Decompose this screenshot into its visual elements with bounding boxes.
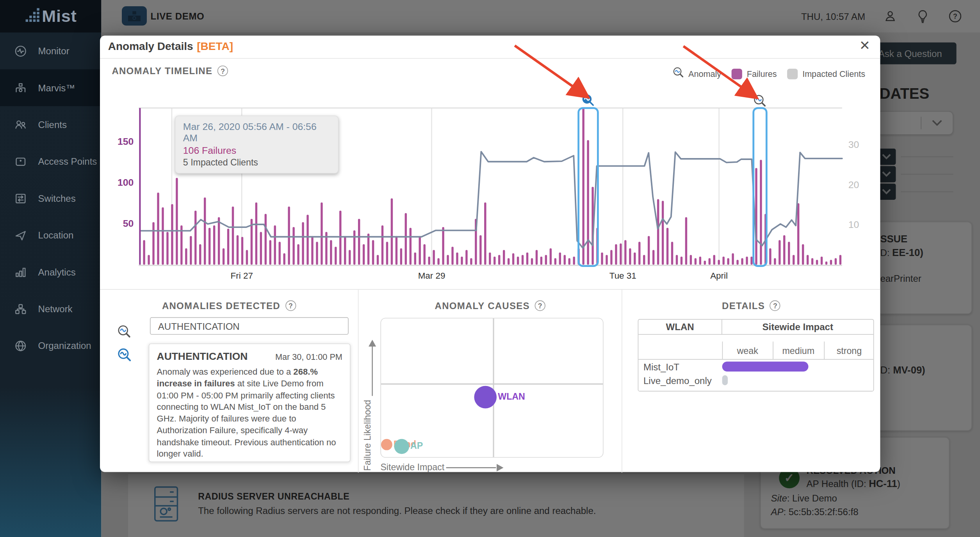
sidebar-item-marvis[interactable]: Marvis™ <box>0 69 101 106</box>
legend-item-anomaly[interactable]: Anomaly <box>673 67 721 80</box>
details-heading: DETAILS? <box>622 301 880 311</box>
help-icon[interactable]: ? <box>217 66 228 76</box>
svg-text:April: April <box>710 271 728 281</box>
cause-bubble-wlan[interactable] <box>474 386 497 409</box>
svg-text:30: 30 <box>848 139 859 150</box>
legend-item-failures[interactable]: Failures <box>732 68 777 79</box>
sidebar: Mist MonitorMarvis™ClientsAccess PointsS… <box>0 0 101 537</box>
help-icon[interactable]: ? <box>770 301 780 311</box>
details-table: WLAN Sitewide Impact weakmediumstrong Mi… <box>638 319 874 392</box>
anomalies-detected-section: ANOMALIES DETECTED? AUTHENTICATION AUTHE… <box>100 290 358 473</box>
anomaly-card[interactable]: AUTHENTICATION Mar 30, 01:00 PM Anomaly … <box>149 343 351 462</box>
quadrant-hline <box>381 383 603 384</box>
marvis-icon <box>14 81 27 94</box>
wlan-name: Mist_IoT <box>638 361 722 372</box>
svg-text:20: 20 <box>848 180 859 190</box>
sidebar-item-network[interactable]: Network <box>0 290 101 327</box>
sidebar-item-label: Marvis™ <box>38 82 75 93</box>
anomaly-marker-icon[interactable] <box>754 94 767 110</box>
svg-text:Fri 27: Fri 27 <box>231 271 253 281</box>
modal-title: Anomaly Details[BETA] <box>108 40 233 53</box>
quadrant-vline <box>493 318 494 457</box>
sidebar-item-label: Monitor <box>38 46 69 56</box>
legend-item-impacted-clients[interactable]: Impacted Clients <box>788 68 865 79</box>
anomaly-card-title: AUTHENTICATION <box>157 350 248 362</box>
cause-bubble-ap[interactable] <box>394 439 409 454</box>
clients-icon <box>14 118 27 132</box>
mist-logo-dots-icon <box>24 7 41 26</box>
details-row-live_demo_only: Live_demo_only <box>638 373 873 387</box>
svg-text:100: 100 <box>118 177 134 188</box>
chart-legend: AnomalyFailuresImpacted Clients <box>668 67 865 80</box>
svg-text:150: 150 <box>118 136 134 147</box>
anomaly-marker-selected-icon[interactable] <box>582 94 595 109</box>
causes-quadrant-chart[interactable]: WLANBandAP <box>380 318 603 457</box>
legend-label: Anomaly <box>688 69 721 78</box>
x-axis-label: Sitewide Impact <box>380 462 444 472</box>
bar-chart-icon <box>14 265 27 279</box>
legend-swatch <box>788 68 798 79</box>
globe-icon <box>14 339 27 352</box>
y-axis-arrow-icon <box>368 340 376 397</box>
app-root: LIVE DEMO THU, 10:57 AM ? RADIUS SERVER … <box>0 0 980 537</box>
y-axis-label: Failure Likelihood <box>362 389 372 471</box>
svg-text:Tue 31: Tue 31 <box>609 271 636 281</box>
sidebar-item-access-points[interactable]: Access Points <box>0 143 101 180</box>
anomaly-type-icon[interactable] <box>118 325 131 341</box>
sidebar-item-label: Clients <box>38 119 67 130</box>
anomaly-card-body: Anomaly was experienced due to a 268.% i… <box>157 366 342 460</box>
svg-text:Mar 29: Mar 29 <box>418 271 445 281</box>
cause-bubble-label: AP <box>410 441 423 451</box>
sidebar-item-label: Network <box>38 304 73 314</box>
help-icon[interactable]: ? <box>285 301 296 311</box>
sidebar-item-label: Access Points <box>38 156 97 167</box>
tooltip-date: Mar 26, 2020 05:56 AM - 06:56 AM <box>183 121 331 144</box>
sidebar-item-analytics[interactable]: Analytics <box>0 254 101 290</box>
anomaly-type-dropdown[interactable]: AUTHENTICATION <box>150 317 349 335</box>
sidebar-item-monitor[interactable]: Monitor <box>0 32 101 69</box>
details-col-wlan: WLAN <box>638 320 722 334</box>
legend-label: Failures <box>747 69 777 78</box>
anomaly-glass-icon <box>673 67 684 80</box>
legend-swatch <box>732 68 742 79</box>
close-icon[interactable]: ✕ <box>859 38 870 53</box>
wlan-name: Live_demo_only <box>638 375 722 386</box>
sidebar-item-label: Analytics <box>38 267 76 277</box>
help-icon[interactable]: ? <box>535 301 545 311</box>
cause-bubble-label: WLAN <box>498 391 525 402</box>
svg-text:10: 10 <box>848 219 859 230</box>
anomaly-type-icon-selected[interactable] <box>118 348 132 365</box>
timeline-heading: ANOMALY TIMELINE? <box>112 66 228 76</box>
monitor-icon <box>14 44 27 58</box>
sidebar-item-label: Location <box>38 230 74 240</box>
impact-subheader-medium: medium <box>773 346 824 356</box>
location-icon <box>14 228 27 242</box>
cause-bubble-band[interactable] <box>381 439 392 450</box>
details-section: DETAILS? WLAN Sitewide Impact weakmedium… <box>622 290 880 473</box>
mist-logo[interactable]: Mist <box>0 0 101 32</box>
modal-header: Anomaly Details[BETA] ✕ <box>100 36 880 59</box>
details-col-impact: Sitewide Impact <box>722 320 873 334</box>
network-icon <box>14 302 27 316</box>
sidebar-item-location[interactable]: Location <box>0 217 101 253</box>
tooltip-failures: 106 Failures <box>183 145 331 156</box>
sidebar-item-switches[interactable]: Switches <box>0 180 101 217</box>
anomaly-details-modal: Anomaly Details[BETA] ✕ ANOMALY TIMELINE… <box>100 36 880 472</box>
sidebar-item-organization[interactable]: Organization <box>0 327 101 364</box>
impact-bar <box>722 375 728 386</box>
anomaly-causes-heading: ANOMALY CAUSES? <box>358 301 622 311</box>
anomaly-causes-section: ANOMALY CAUSES? Failure Likelihood WLANB… <box>358 290 622 473</box>
impact-subheader-weak: weak <box>722 346 773 356</box>
anomalies-detected-heading: ANOMALIES DETECTED? <box>100 301 358 311</box>
beta-badge: [BETA] <box>197 40 233 52</box>
sidebar-item-clients[interactable]: Clients <box>0 106 101 143</box>
chart-tooltip: Mar 26, 2020 05:56 AM - 06:56 AM 106 Fai… <box>175 116 339 174</box>
impact-bar <box>722 361 809 372</box>
sidebar-item-label: Switches <box>38 193 76 203</box>
x-axis-arrow-icon <box>446 463 503 472</box>
tooltip-impacted: 5 Impacted Clients <box>183 157 331 167</box>
sidebar-item-label: Organization <box>38 340 91 351</box>
access-point-icon <box>14 155 27 168</box>
details-row-mist_iot: Mist_IoT <box>638 360 873 373</box>
anomaly-timeline-chart[interactable]: 50100150102030Fri 27Mar 29Tue 31April Ma… <box>100 105 880 293</box>
